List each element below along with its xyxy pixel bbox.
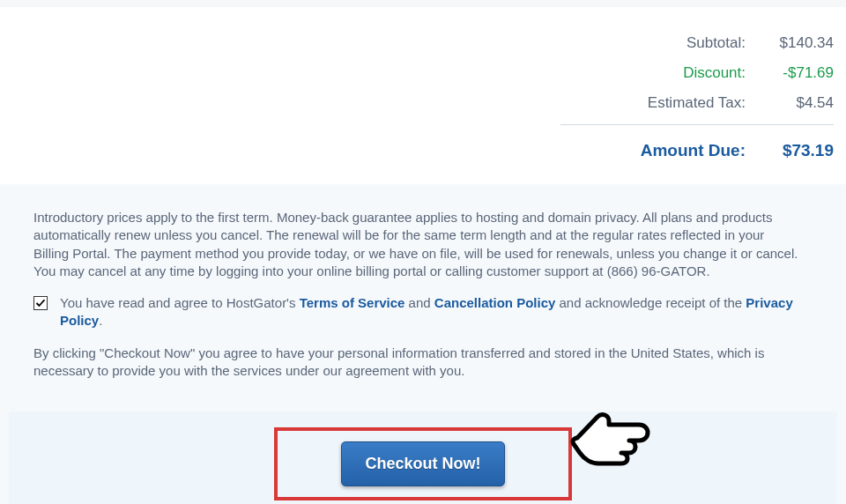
checkout-now-button[interactable]: Checkout Now! [341,441,504,486]
subtotal-label: Subtotal: [560,34,763,52]
terms-section: Introductory prices apply to the first t… [0,184,846,504]
and-text: and [404,295,434,310]
agree-prefix: You have read and agree to HostGator's [60,295,300,310]
cancellation-policy-link[interactable]: Cancellation Policy [434,295,556,310]
agreement-row: You have read and agree to HostGator's T… [33,294,802,330]
subtotal-value: $140.34 [763,34,834,52]
amount-due-label: Amount Due: [560,141,763,160]
checkout-area: Checkout Now! [9,411,837,504]
acknowledge-text: and acknowledge receipt of the [555,295,746,310]
discount-row: Discount: -$71.69 [560,58,834,88]
agree-text: You have read and agree to HostGator's T… [60,294,802,330]
top-divider [0,0,846,7]
period: . [99,313,102,328]
transfer-paragraph: By clicking "Checkout Now" you agree to … [33,345,802,381]
order-summary: Subtotal: $140.34 Discount: -$71.69 Esti… [0,7,846,184]
checkmark-icon [35,298,46,308]
amount-due-row: Amount Due: $73.19 [560,132,834,167]
agree-checkbox[interactable] [33,296,48,310]
discount-label: Discount: [560,64,763,82]
intro-paragraph: Introductory prices apply to the first t… [33,209,802,280]
highlight-box: Checkout Now! [274,427,571,500]
discount-value: -$71.69 [763,64,834,82]
amount-due-value: $73.19 [763,141,834,160]
pointing-hand-icon [567,396,650,471]
terms-of-service-link[interactable]: Terms of Service [300,295,405,310]
subtotal-row: Subtotal: $140.34 [560,28,834,58]
tax-row: Estimated Tax: $4.54 [560,88,834,125]
tax-label: Estimated Tax: [560,94,763,112]
tax-value: $4.54 [763,94,834,112]
